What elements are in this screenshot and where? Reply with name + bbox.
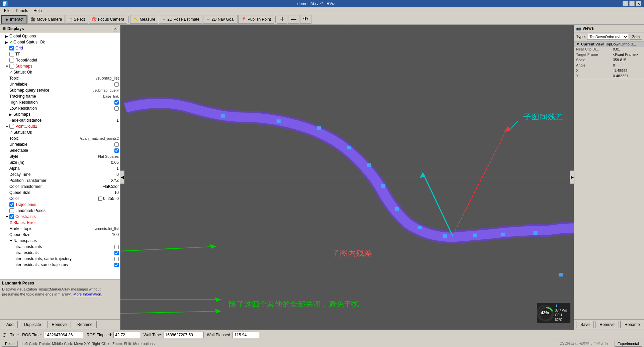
tree-item-pc2-alpha: Alpha 1	[0, 165, 120, 171]
landmark-checkbox[interactable]	[9, 208, 14, 213]
displays-close-button[interactable]: ✕	[113, 26, 118, 31]
tree-item-submaps-query: Submap query service /submap_query	[0, 87, 120, 93]
close-button[interactable]: ✕	[636, 1, 641, 6]
svg-rect-13	[501, 233, 505, 236]
wall-elapsed-field: Wall Elapsed:	[207, 332, 260, 338]
nav-goal-button[interactable]: → 2D Nav Goal	[203, 15, 238, 24]
ros-time-input[interactable]	[43, 332, 83, 338]
tree-item-landmark-poses[interactable]: Landmark Poses	[0, 208, 120, 214]
rename-button[interactable]: Rename	[73, 321, 97, 328]
tree-item-pc2-unreliable[interactable]: Unreliable	[0, 141, 120, 147]
cpu-temp-stat: CPU 62°C	[555, 313, 570, 322]
grid-expand-icon	[5, 46, 9, 50]
zero-button[interactable]: Zero	[630, 34, 642, 40]
global-status-ok-icon: ✓	[9, 40, 13, 44]
publish-point-icon: 📍	[241, 17, 246, 22]
publish-point-button[interactable]: 📍 Publish Point	[238, 15, 274, 24]
tree-item-constraints-marker-topic: Marker Topic /constraint_list	[0, 226, 120, 232]
tree-item-pc2-status: ✓ Status: Ok	[0, 129, 120, 135]
grid-checkbox[interactable]	[9, 46, 14, 50]
intra-residuals-checkbox[interactable]	[114, 251, 119, 255]
menu-help[interactable]: Help	[31, 8, 44, 14]
more-information-link[interactable]: More Information.	[73, 292, 102, 296]
tree-item-submaps-unreliable[interactable]: Unreliable	[0, 81, 120, 87]
wall-elapsed-input[interactable]	[233, 332, 259, 338]
tree-item-constraints[interactable]: ▼ Constraints	[0, 214, 120, 220]
duplicate-button[interactable]: Duplicate	[20, 321, 45, 328]
inter-residuals-checkbox[interactable]	[114, 263, 119, 267]
tree-item-robotmodel[interactable]: RobotModel	[0, 57, 120, 63]
svg-rect-3	[221, 114, 225, 118]
pc2-selectable-checkbox[interactable]	[114, 148, 119, 153]
pc2-checkbox[interactable]	[9, 124, 14, 129]
focus-camera-button[interactable]: 🎯 Focus Camera	[89, 15, 127, 24]
ros-elapsed-input[interactable]	[113, 332, 140, 338]
toolbar-extra-1[interactable]: ✛	[277, 15, 287, 24]
submaps-checkbox[interactable]	[9, 64, 14, 69]
tree-item-submaps[interactable]: ▼ Submaps	[0, 63, 120, 69]
tree-item-pointcloud2[interactable]: ▼ PointCloud2	[0, 123, 120, 129]
svg-rect-15	[559, 273, 563, 276]
tree-item-trajectories[interactable]: Trajectories	[0, 202, 120, 208]
trajectories-expand-icon	[5, 203, 9, 207]
reset-button[interactable]: Reset	[2, 341, 18, 347]
collapse-left-button[interactable]: ◀	[120, 170, 124, 184]
remove-view-button[interactable]: Remove	[595, 321, 619, 328]
trajectories-checkbox[interactable]	[9, 202, 14, 207]
tree-item-intra-residuals[interactable]: Intra residuals	[0, 250, 120, 256]
current-view-header: ▼ Current View TopDownOrtho (r...	[574, 41, 644, 47]
tree-item-global-status[interactable]: ▶ ✓ Global Status: Ok	[0, 39, 120, 45]
toolbar: 🖱 Interact 🎥 Move Camera ▢ Select 🎯 Focu…	[0, 14, 644, 25]
tf-checkbox[interactable]	[9, 52, 14, 56]
rename-view-button[interactable]: Rename	[620, 321, 644, 328]
menu-panels[interactable]: Panels	[13, 8, 31, 14]
rviz-visualization: 子图间残差 子图内残差 除了这四个其他的全部关闭，避免干扰	[120, 25, 574, 330]
robotmodel-checkbox[interactable]	[9, 58, 14, 63]
tree-item-inter-constraints[interactable]: Inter constraints, same trajectory	[0, 256, 120, 262]
menu-file[interactable]: File	[1, 8, 13, 14]
tree-item-pc2-selectable[interactable]: Selectable	[0, 147, 120, 153]
tree-item-submaps-highres[interactable]: High Resolution	[0, 99, 120, 105]
measure-button[interactable]: 📏 Measure	[130, 15, 158, 24]
toolbar-extra-2[interactable]: —	[288, 15, 299, 24]
pc2-unreliable-checkbox[interactable]	[114, 142, 119, 147]
tree-item-inter-residuals[interactable]: Inter residuals, same trajectory	[0, 262, 120, 268]
maximize-button[interactable]: □	[629, 1, 635, 6]
tree-item-constraints-namespaces[interactable]: ▼ Namespaces	[0, 238, 120, 244]
svg-rect-12	[473, 234, 477, 237]
time-label: Time	[10, 333, 19, 337]
submaps-highres-checkbox[interactable]	[114, 100, 119, 105]
interact-button[interactable]: 🖱 Interact	[1, 15, 27, 24]
experimental-button[interactable]: Experimental	[615, 341, 642, 347]
add-button[interactable]: Add	[2, 321, 18, 328]
tree-item-intra-constraints[interactable]: Intra constraints	[0, 244, 120, 250]
svg-rect-6	[347, 146, 351, 149]
tree-item-tf[interactable]: TF	[0, 51, 120, 57]
toolbar-extra-3[interactable]: 👁	[300, 15, 311, 24]
views-type-select[interactable]: TopDownOrtho (rvi Orbit FPS	[587, 34, 628, 40]
constraints-expand-icon: ▼	[5, 215, 9, 219]
ros-elapsed-field: ROS Elapsed:	[87, 332, 140, 338]
submaps-lowres-checkbox[interactable]	[114, 106, 119, 111]
tree-item-submaps-fadeout: Fade-out distance 1	[0, 117, 120, 123]
submaps-unreliable-checkbox[interactable]	[114, 82, 119, 87]
save-view-button[interactable]: Save	[576, 321, 594, 328]
inter-constraints-checkbox[interactable]	[114, 257, 119, 261]
displays-tree[interactable]: ▶ Global Options ▶ ✓ Global Status: Ok G…	[0, 33, 120, 279]
collapse-right-button[interactable]: ▶	[570, 170, 574, 184]
wall-time-label: Wall Time:	[144, 333, 162, 337]
tree-item-grid[interactable]: Grid	[0, 45, 120, 51]
tree-item-global-options[interactable]: ▶ Global Options	[0, 33, 120, 39]
intra-constraints-checkbox[interactable]	[114, 245, 119, 249]
pose-estimate-button[interactable]: → 2D Pose Estimate	[159, 15, 202, 24]
wall-time-input[interactable]	[164, 332, 204, 338]
remove-button[interactable]: Remove	[47, 321, 71, 328]
select-button[interactable]: ▢ Select	[66, 15, 88, 24]
tree-item-submaps-sub[interactable]: ▶ Submaps	[0, 111, 120, 117]
constraints-checkbox[interactable]	[9, 214, 14, 219]
move-camera-button[interactable]: 🎥 Move Camera	[27, 15, 65, 24]
tree-item-submaps-lowres[interactable]: Low Resolution	[0, 105, 120, 111]
wall-elapsed-label: Wall Elapsed:	[207, 333, 232, 337]
minimize-button[interactable]: —	[623, 1, 628, 6]
viewport[interactable]: 子图间残差 子图内残差 除了这四个其他的全部关闭，避免干扰	[120, 25, 574, 330]
